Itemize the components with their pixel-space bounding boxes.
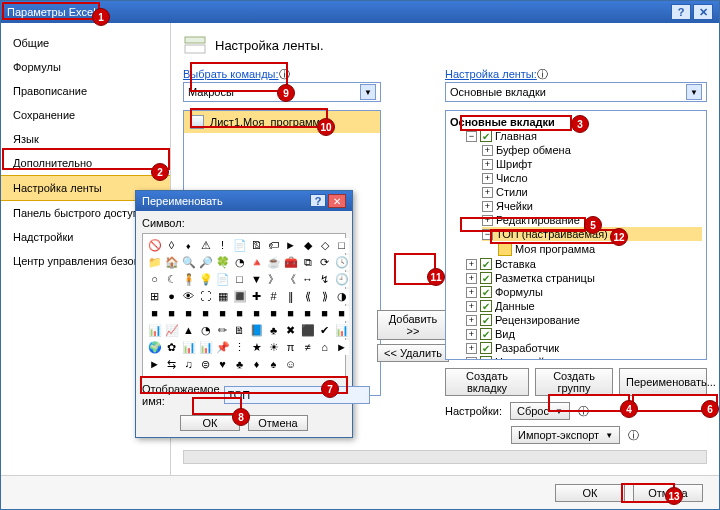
symbol-cell[interactable]: ► — [147, 357, 162, 372]
tree-row[interactable]: +✔ Надстройки — [466, 355, 702, 360]
symbol-cell[interactable]: ✔ — [317, 323, 332, 338]
symbol-cell[interactable]: ► — [334, 340, 349, 355]
symbol-cell[interactable]: ⧉ — [300, 255, 315, 270]
tree-row[interactable]: +✔ Разметка страницы — [466, 271, 702, 285]
symbol-cell[interactable]: ⟫ — [317, 289, 332, 304]
symbol-cell[interactable]: 🗎 — [232, 323, 247, 338]
symbol-cell[interactable]: ⊜ — [198, 357, 213, 372]
symbol-cell[interactable]: 📈 — [164, 323, 179, 338]
tree-row[interactable]: + Буфер обмена — [482, 143, 702, 157]
symbol-cell[interactable]: ► — [283, 238, 298, 253]
symbol-cell[interactable]: 📊 — [147, 323, 162, 338]
add-button[interactable]: Добавить >> — [377, 310, 449, 340]
symbol-cell[interactable]: ▲ — [181, 323, 196, 338]
symbol-cell[interactable]: ■ — [181, 306, 196, 321]
symbol-cell[interactable]: ◑ — [334, 289, 349, 304]
dialog-ok-button[interactable]: ОК — [180, 415, 240, 431]
symbol-cell[interactable]: ≠ — [300, 340, 315, 355]
symbol-cell[interactable]: ⋮ — [232, 340, 247, 355]
symbol-cell[interactable]: 》 — [266, 272, 281, 287]
symbol-cell[interactable]: 👁 — [181, 289, 196, 304]
symbol-cell[interactable]: ✏ — [215, 323, 230, 338]
symbol-cell[interactable]: ◔ — [232, 255, 247, 270]
symbol-cell[interactable]: ✿ — [164, 340, 179, 355]
symbol-cell[interactable]: 🕓 — [334, 255, 349, 270]
symbol-cell[interactable]: 📊 — [181, 340, 196, 355]
symbol-cell[interactable]: 🕘 — [334, 272, 349, 287]
symbol-cell[interactable]: ⛶ — [198, 289, 213, 304]
symbol-cell[interactable]: ✚ — [249, 289, 264, 304]
tree-row[interactable]: + Стили — [482, 185, 702, 199]
symbol-cell[interactable]: 🏷 — [266, 238, 281, 253]
symbol-cell[interactable]: 🏠 — [164, 255, 179, 270]
symbol-cell[interactable]: 📘 — [249, 323, 264, 338]
symbol-cell[interactable]: 🚫 — [147, 238, 162, 253]
symbol-cell[interactable]: ■ — [317, 306, 332, 321]
close-button[interactable]: ✕ — [693, 4, 713, 20]
ribbon-tree[interactable]: Основные вкладки−✔ Главная+ Буфер обмена… — [445, 110, 707, 360]
symbol-cell[interactable]: □ — [232, 272, 247, 287]
symbol-cell[interactable]: ■ — [164, 306, 179, 321]
new-group-button[interactable]: Создать группу — [535, 368, 613, 396]
tree-row[interactable]: + Шрифт — [482, 157, 702, 171]
help-button[interactable]: ? — [671, 4, 691, 20]
symbol-cell[interactable]: ✖ — [283, 323, 298, 338]
symbol-cell[interactable]: ▦ — [215, 289, 230, 304]
tree-row[interactable]: +✔ Данные — [466, 299, 702, 313]
ok-button[interactable]: ОК — [555, 484, 625, 502]
symbol-cell[interactable]: ○ — [147, 272, 162, 287]
symbol-cell[interactable]: 📁 — [147, 255, 162, 270]
remove-button[interactable]: << Удалить — [377, 344, 449, 362]
symbol-cell[interactable]: ■ — [300, 306, 315, 321]
sidebar-item[interactable]: Сохранение — [1, 103, 170, 127]
tree-row[interactable]: +✔ Вид — [466, 327, 702, 341]
symbol-cell[interactable]: ♣ — [232, 357, 247, 372]
sidebar-item[interactable]: Формулы — [1, 55, 170, 79]
sidebar-item[interactable]: Общие — [1, 31, 170, 55]
symbol-cell[interactable]: ♦ — [249, 357, 264, 372]
symbol-cell[interactable]: ☀ — [266, 340, 281, 355]
symbol-cell[interactable]: ■ — [249, 306, 264, 321]
sidebar-item[interactable]: Язык — [1, 127, 170, 151]
symbol-cell[interactable]: 📄 — [215, 272, 230, 287]
symbol-cell[interactable]: ♫ — [181, 357, 196, 372]
symbol-cell[interactable]: 📌 — [215, 340, 230, 355]
horizontal-scrollbar[interactable] — [183, 450, 707, 464]
symbol-cell[interactable]: ◇ — [317, 238, 332, 253]
dialog-close-button[interactable]: ✕ — [328, 194, 346, 208]
symbol-cell[interactable]: ⚠ — [198, 238, 213, 253]
symbol-cell[interactable]: ■ — [283, 306, 298, 321]
symbol-cell[interactable]: ♣ — [266, 323, 281, 338]
symbol-cell[interactable]: ! — [215, 238, 230, 253]
symbol-cell[interactable]: ‖ — [283, 289, 298, 304]
symbol-cell[interactable]: ◊ — [164, 238, 179, 253]
sidebar-item[interactable]: Дополнительно — [1, 151, 170, 175]
symbol-cell[interactable]: ■ — [266, 306, 281, 321]
symbol-cell[interactable]: 🔎 — [198, 255, 213, 270]
symbol-cell[interactable]: 📄 — [232, 238, 247, 253]
command-item[interactable]: Лист1.Моя_программа — [184, 111, 380, 133]
symbol-cell[interactable]: ↯ — [317, 272, 332, 287]
symbol-cell[interactable]: ● — [164, 289, 179, 304]
symbol-cell[interactable]: ◆ — [300, 238, 315, 253]
symbol-cell[interactable]: ⬧ — [181, 238, 196, 253]
symbol-cell[interactable]: ☺ — [283, 357, 298, 372]
symbol-cell[interactable]: 🧰 — [283, 255, 298, 270]
symbol-cell[interactable]: # — [266, 289, 281, 304]
symbol-cell[interactable]: ↔ — [300, 272, 315, 287]
symbol-grid[interactable]: 🚫◊⬧⚠!📄🖻🏷►◆◇□📁🏠🔍🔎🍀◔🔺☕🧰⧉⟳🕓○☾🧍💡📄□▼》《↔↯🕘⊞●👁⛶… — [142, 233, 346, 377]
symbol-cell[interactable]: ★ — [249, 340, 264, 355]
symbol-cell[interactable]: ■ — [334, 306, 349, 321]
dialog-help-button[interactable]: ? — [310, 194, 326, 207]
rename-button[interactable]: Переименовать... — [619, 368, 707, 396]
dialog-cancel-button[interactable]: Отмена — [248, 415, 308, 431]
symbol-cell[interactable]: π — [283, 340, 298, 355]
symbol-cell[interactable]: ⬛ — [300, 323, 315, 338]
tree-row[interactable]: +✔ Разработчик — [466, 341, 702, 355]
symbol-cell[interactable]: ■ — [232, 306, 247, 321]
customize-ribbon-select[interactable]: Основные вкладки ▼ — [445, 82, 707, 102]
symbol-cell[interactable]: ⟳ — [317, 255, 332, 270]
symbol-cell[interactable]: ☕ — [266, 255, 281, 270]
import-export-dropdown[interactable]: Импорт-экспорт▼ — [511, 426, 620, 444]
symbol-cell[interactable]: 🍀 — [215, 255, 230, 270]
